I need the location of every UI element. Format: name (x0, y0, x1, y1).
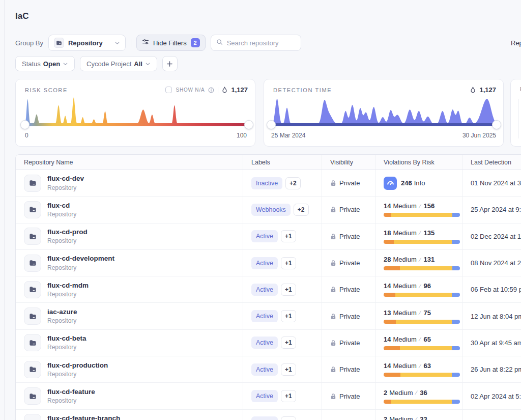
repository-name: flux-cd-feature-branch (47, 414, 120, 420)
last-detection-value: 01 Nov 2024 at 3:1... (462, 170, 521, 196)
table-row[interactable]: flux-cd-featureRepositoryActive+1Private… (16, 383, 521, 409)
filter-sliders-icon (142, 38, 149, 47)
extra-labels-badge[interactable]: +1 (281, 257, 296, 269)
risk-score-histogram (25, 96, 249, 125)
column-header-labels[interactable]: Labels (243, 155, 322, 170)
table-row[interactable]: flux-cdRepositoryWebhooks+2Private14Medi… (16, 197, 521, 223)
flame-icon (222, 87, 227, 93)
table-row[interactable]: flux-cd-developmentRepositoryActive+1Pri… (16, 250, 521, 276)
label-badge[interactable]: Active (251, 363, 278, 376)
repository-folder-icon (24, 414, 41, 420)
extra-labels-badge[interactable]: +1 (281, 363, 296, 376)
label-badge[interactable]: Active (251, 230, 278, 242)
label-badge[interactable]: Active (251, 257, 278, 269)
risk-score-slider-track[interactable] (25, 123, 249, 126)
head-divider (218, 87, 218, 93)
extra-labels-badge[interactable]: +1 (281, 337, 296, 349)
label-badge[interactable]: Active (251, 284, 278, 296)
extra-labels-badge[interactable]: +1 (281, 310, 296, 322)
partial-panel-axis (518, 99, 518, 138)
repository-name: flux-cd (47, 201, 76, 210)
violations-severity-bar (384, 213, 460, 217)
medium-segment (400, 346, 452, 350)
violations-total: 36 (420, 389, 427, 397)
violations-severity-bar (384, 373, 460, 377)
top-right-cutoff-text[interactable]: Rep (511, 39, 521, 47)
violations-total: 135 (424, 229, 435, 237)
extra-labels-badge[interactable]: +2 (285, 177, 301, 189)
violations-total: 75 (424, 309, 431, 317)
repository-type: Repository (47, 184, 84, 192)
slash-divider: ∕ (420, 230, 421, 236)
flame-icon (470, 87, 476, 93)
label-badge[interactable]: Active (251, 416, 278, 420)
slash-divider: ∕ (420, 363, 421, 369)
extra-labels-badge[interactable]: +1 (281, 230, 296, 242)
label-badge[interactable]: Active (251, 337, 278, 349)
detection-end-label: 30 Jun 2025 (462, 132, 496, 139)
extra-labels-badge[interactable]: +1 (281, 284, 296, 296)
lock-icon (330, 366, 336, 373)
last-detection-value: 06 Feb at 10:59 pm (462, 276, 521, 302)
group-by-dropdown[interactable]: Repository (48, 35, 126, 51)
table-row[interactable]: flux-cd-productionRepositoryActive+1Priv… (16, 356, 521, 383)
violations-total: 63 (424, 362, 431, 370)
high-segment (384, 293, 395, 297)
detection-start-label: 25 Mar 2024 (271, 132, 305, 139)
extra-labels-badge[interactable]: +2 (294, 204, 309, 216)
repository-type: Repository (47, 290, 89, 298)
medium-segment (391, 400, 452, 404)
table-row[interactable]: flux-cd-mdmRepositoryActive+1Private14Me… (16, 276, 521, 303)
lock-icon (330, 206, 336, 213)
table-row[interactable]: iac-azureRepositoryActive+1Private13Medi… (16, 303, 521, 329)
folder-icon (54, 38, 64, 48)
extra-labels-badge[interactable]: +1 (281, 416, 296, 420)
detection-slider-handle-end[interactable] (492, 120, 501, 129)
toolbar: Group By Repository Hide Filters 2 (15, 35, 301, 51)
repository-name: iac-azure (47, 307, 77, 317)
extra-labels-badge[interactable]: +1 (281, 390, 296, 402)
column-header-violations-by-risk[interactable]: Violations By Risk (375, 155, 462, 170)
label-badge[interactable]: Webhooks (251, 204, 291, 216)
lock-icon (330, 233, 336, 240)
repositories-table: Repository NameLabelsVisibilityViolation… (15, 154, 521, 420)
column-header-repository-name[interactable]: Repository Name (16, 155, 243, 170)
medium-segment (391, 213, 452, 217)
column-header-last-detection[interactable]: Last Detection (462, 155, 521, 170)
column-header-visibility[interactable]: Visibility (322, 155, 375, 170)
detection-time-slider-track[interactable] (271, 123, 497, 126)
medium-segment (394, 240, 452, 244)
search-input[interactable] (227, 39, 296, 47)
detection-time-count: 1,127 (479, 86, 496, 94)
last-detection-value: 25 Apr 2024 at 9:... (462, 197, 521, 222)
repository-name: flux-cd-dev (47, 174, 84, 183)
search-box[interactable] (211, 35, 301, 51)
project-filter-chip[interactable]: Cycode Project All (80, 56, 157, 71)
detection-time-panel: DETECTION TIME 1,127 25 Mar 2024 30 Jun … (264, 79, 504, 147)
repository-type: Repository (47, 343, 86, 351)
lock-icon (330, 180, 336, 186)
repository-name: flux-cd-prod (47, 228, 88, 237)
partial-right-panel: P (510, 79, 521, 147)
table-row[interactable]: flux-cd-prodRepositoryActive+1Private18M… (16, 223, 521, 250)
last-detection-value (462, 410, 521, 420)
add-filter-button[interactable] (162, 56, 178, 71)
violations-severity: Medium (393, 202, 416, 210)
status-filter-chip[interactable]: Status Open (15, 56, 75, 71)
violations-severity-bar (384, 320, 460, 324)
table-row[interactable]: flux-cd-betaRepositoryActive+1Private14M… (16, 330, 521, 356)
table-row[interactable]: flux-cd-feature-branchRepositoryActive+1… (16, 410, 521, 420)
detection-slider-handle-start[interactable] (267, 120, 276, 129)
show-na-checkbox[interactable] (165, 87, 172, 93)
violations-severity-bar (384, 400, 460, 404)
label-badge[interactable]: Inactive (251, 177, 282, 189)
risk-slider-handle-max[interactable] (244, 120, 253, 129)
label-badge[interactable]: Active (251, 310, 278, 322)
last-detection-value: 12 Jun at 8:04 pm (462, 303, 521, 329)
lock-icon (330, 313, 336, 320)
hide-filters-button[interactable]: Hide Filters 2 (136, 35, 206, 51)
violations-count: 2 (384, 415, 387, 420)
risk-slider-handle-min[interactable] (20, 120, 30, 129)
table-row[interactable]: flux-cd-devRepositoryInactive+2Private24… (16, 170, 521, 197)
label-badge[interactable]: Active (251, 390, 278, 402)
